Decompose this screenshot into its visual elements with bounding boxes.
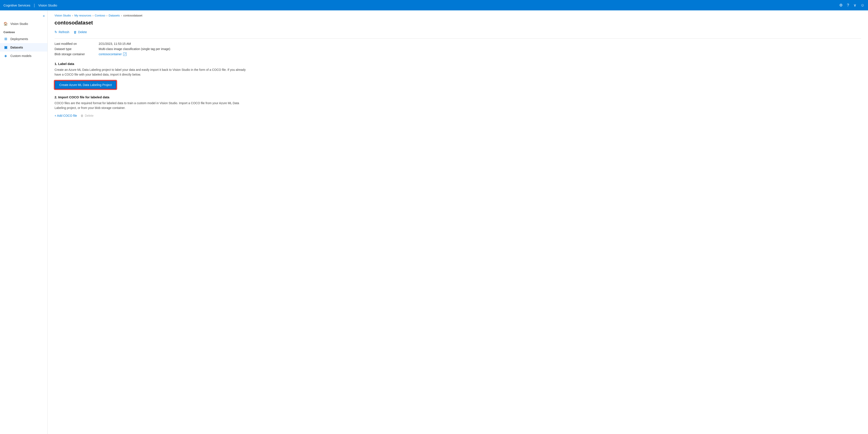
refresh-label: Refresh xyxy=(59,30,69,34)
refresh-button[interactable]: ↻ Refresh xyxy=(55,29,69,35)
delete-label: Delete xyxy=(78,30,87,34)
toolbar: ↻ Refresh 🗑 Delete xyxy=(55,29,861,38)
delete-icon: 🗑 xyxy=(73,30,77,34)
blob-storage-value: contosocontainer xyxy=(99,52,122,56)
page-title: contosodataset xyxy=(55,20,861,26)
sidebar-section-label: Contoso xyxy=(0,28,48,35)
blob-storage-label: Blob storage container xyxy=(55,52,93,56)
sidebar-deployments-label: Deployments xyxy=(10,37,28,41)
topbar-brand: Cognitive Services | Vision Studio xyxy=(3,3,57,7)
deployments-icon: ⊞ xyxy=(3,37,8,41)
last-modified-label: Last modified on xyxy=(55,42,93,46)
brand-text: Cognitive Services xyxy=(3,3,30,7)
section-import-coco: 2. Import COCO file for labeled data COC… xyxy=(55,95,861,117)
breadcrumb-sep-3: › xyxy=(106,14,107,17)
breadcrumb: Vision Studio › My resources › Contoso ›… xyxy=(55,14,861,17)
coco-delete-label: Delete xyxy=(85,114,93,117)
topbar-actions: ⚙ ? ∨ ☺ xyxy=(839,3,865,7)
refresh-icon: ↻ xyxy=(55,30,57,34)
topbar-divider: | xyxy=(34,3,35,7)
last-modified-value: 2/21/2023, 11:53:15 AM xyxy=(99,42,861,46)
coco-delete-icon: 🗑 xyxy=(81,114,84,117)
sidebar-custom-models-label: Custom models xyxy=(10,54,31,58)
settings-icon[interactable]: ⚙ xyxy=(839,3,843,7)
section-label-data: 1. Label data Create an Azure ML Data La… xyxy=(55,62,861,89)
breadcrumb-contoso[interactable]: Contoso xyxy=(95,14,105,17)
add-coco-file-button[interactable]: + Add COCO file xyxy=(55,114,77,117)
section2-title: 2. Import COCO file for labeled data xyxy=(55,95,861,99)
sidebar-item-datasets[interactable]: ▣ Datasets xyxy=(0,43,48,52)
coco-delete-button: 🗑 Delete xyxy=(81,114,93,117)
user-icon[interactable]: ☺ xyxy=(861,3,865,7)
breadcrumb-vision-studio[interactable]: Vision Studio xyxy=(55,14,71,17)
dataset-type-value: Multi-class image classification (single… xyxy=(99,47,861,51)
home-icon: 🏠 xyxy=(3,22,8,26)
top-navbar: Cognitive Services | Vision Studio ⚙ ? ∨… xyxy=(0,0,868,10)
sidebar-datasets-label: Datasets xyxy=(10,46,23,49)
sidebar-item-deployments[interactable]: ⊞ Deployments xyxy=(0,35,48,43)
datasets-icon: ▣ xyxy=(3,45,8,49)
external-link-icon: ↗ xyxy=(123,52,127,56)
create-labeling-project-button[interactable]: Create Azure ML Data Labeling Project xyxy=(55,81,117,89)
sidebar-item-custom-models[interactable]: ◈ Custom models xyxy=(0,52,48,60)
sidebar-home-label: Vision Studio xyxy=(10,22,28,26)
breadcrumb-sep-1: › xyxy=(72,14,73,17)
sidebar-collapse-button[interactable]: « xyxy=(0,12,48,20)
main-content: Vision Studio › My resources › Contoso ›… xyxy=(48,10,868,434)
dataset-type-label: Dataset type xyxy=(55,47,93,51)
section1-title: 1. Label data xyxy=(55,62,861,66)
breadcrumb-sep-2: › xyxy=(93,14,93,17)
main-layout: « 🏠 Vision Studio Contoso ⊞ Deployments … xyxy=(0,10,868,434)
add-coco-label: + Add COCO file xyxy=(55,114,77,117)
sidebar: « 🏠 Vision Studio Contoso ⊞ Deployments … xyxy=(0,10,48,434)
breadcrumb-sep-4: › xyxy=(121,14,122,17)
section1-description: Create an Azure ML Data Labeling project… xyxy=(55,67,249,77)
help-icon[interactable]: ? xyxy=(847,3,849,7)
delete-button[interactable]: 🗑 Delete xyxy=(73,29,87,35)
section2-description: COCO files are the required format for l… xyxy=(55,101,249,111)
collapse-icon: « xyxy=(43,14,45,18)
breadcrumb-current: contosodataset xyxy=(123,14,142,17)
chevron-down-icon[interactable]: ∨ xyxy=(854,3,856,7)
metadata-table: Last modified on 2/21/2023, 11:53:15 AM … xyxy=(55,42,861,56)
app-name: Vision Studio xyxy=(38,3,57,7)
custom-models-icon: ◈ xyxy=(3,54,8,58)
sidebar-item-home[interactable]: 🏠 Vision Studio xyxy=(0,20,48,28)
breadcrumb-my-resources[interactable]: My resources xyxy=(74,14,91,17)
breadcrumb-datasets[interactable]: Datasets xyxy=(108,14,120,17)
coco-actions: + Add COCO file 🗑 Delete xyxy=(55,114,861,117)
blob-storage-link[interactable]: contosocontainer ↗ xyxy=(99,52,861,56)
